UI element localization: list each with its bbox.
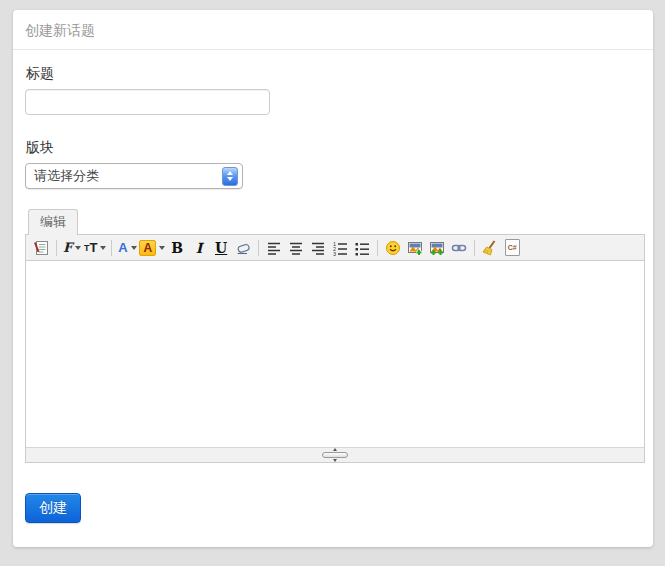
- dropdown-arrow-icon: [75, 246, 81, 250]
- eraser-icon: [235, 240, 251, 256]
- toolbar-separator: [111, 240, 112, 256]
- remove-format-button[interactable]: [233, 238, 253, 258]
- broom-icon: [482, 240, 498, 256]
- italic-icon: I: [196, 240, 203, 256]
- smiley-icon: [385, 240, 401, 256]
- stepper-up-arrow-icon: [227, 171, 233, 175]
- align-left-button[interactable]: [264, 238, 284, 258]
- align-right-button[interactable]: [308, 238, 328, 258]
- font-family-button[interactable]: F: [62, 238, 82, 258]
- create-topic-form: 标题 版块 请选择分类 编辑: [13, 50, 653, 523]
- insert-link-button[interactable]: [449, 238, 469, 258]
- toolbar-separator: [474, 240, 475, 256]
- editor-content[interactable]: [26, 261, 644, 447]
- italic-button[interactable]: I: [189, 238, 209, 258]
- align-center-icon: [288, 240, 304, 256]
- font-family-icon: F: [63, 240, 72, 255]
- unordered-list-icon: [354, 240, 370, 256]
- text-color-button[interactable]: A: [117, 238, 137, 258]
- source-button[interactable]: [31, 238, 51, 258]
- editor-group: 编辑 F: [25, 209, 641, 463]
- insert-image-button[interactable]: [405, 238, 425, 258]
- editor-statusbar: [26, 447, 644, 462]
- unordered-list-button[interactable]: [352, 238, 372, 258]
- title-field-group: 标题: [25, 65, 641, 115]
- code-icon: C#: [505, 239, 520, 256]
- emoticon-button[interactable]: [383, 238, 403, 258]
- title-input[interactable]: [25, 89, 270, 115]
- resize-grip-icon: [322, 452, 348, 458]
- section-label: 版块: [26, 139, 641, 157]
- align-left-icon: [266, 240, 282, 256]
- editor-toolbar: F T T A A: [26, 235, 644, 261]
- source-icon: [33, 240, 49, 256]
- insert-images-button[interactable]: [427, 238, 447, 258]
- tab-edit[interactable]: 编辑: [28, 209, 78, 235]
- underline-button[interactable]: U: [211, 238, 231, 258]
- insert-code-button[interactable]: C#: [502, 238, 522, 258]
- toolbar-separator: [56, 240, 57, 256]
- stepper-down-arrow-icon: [227, 177, 233, 181]
- clean-html-button[interactable]: [480, 238, 500, 258]
- toolbar-separator: [377, 240, 378, 256]
- font-size-large-letter: T: [90, 240, 98, 255]
- ordered-list-icon: 1 2 3: [332, 240, 348, 256]
- highlight-color-icon: A: [139, 240, 156, 256]
- bold-icon: B: [171, 240, 183, 256]
- dropdown-arrow-icon: [100, 246, 106, 250]
- section-field-group: 版块 请选择分类: [25, 139, 641, 189]
- text-color-icon: A: [118, 240, 127, 255]
- dropdown-arrow-icon: [159, 246, 165, 250]
- create-topic-panel: 创建新话题 标题 版块 请选择分类 编辑: [13, 10, 653, 547]
- resize-down-arrow-icon: [333, 459, 337, 462]
- dropdown-arrow-icon: [131, 246, 137, 250]
- title-label: 标题: [26, 65, 641, 83]
- select-stepper-icon: [222, 167, 238, 186]
- underline-icon: U: [215, 240, 227, 256]
- section-select[interactable]: 请选择分类: [25, 163, 243, 189]
- section-select-value: 请选择分类: [34, 167, 99, 185]
- link-icon: [451, 240, 467, 256]
- resize-handle[interactable]: [322, 448, 348, 462]
- resize-up-arrow-icon: [333, 448, 337, 451]
- align-center-button[interactable]: [286, 238, 306, 258]
- svg-text:3: 3: [333, 251, 336, 256]
- page-title: 创建新话题: [13, 10, 653, 50]
- ordered-list-button[interactable]: 1 2 3: [330, 238, 350, 258]
- insert-image-icon: [407, 240, 423, 256]
- align-right-icon: [310, 240, 326, 256]
- create-button[interactable]: 创建: [25, 493, 81, 523]
- font-size-button[interactable]: T T: [84, 238, 106, 258]
- rich-text-editor: F T T A A: [25, 234, 645, 463]
- bold-button[interactable]: B: [167, 238, 187, 258]
- highlight-color-button[interactable]: A: [139, 238, 165, 258]
- toolbar-separator: [258, 240, 259, 256]
- insert-images-icon: [429, 240, 445, 256]
